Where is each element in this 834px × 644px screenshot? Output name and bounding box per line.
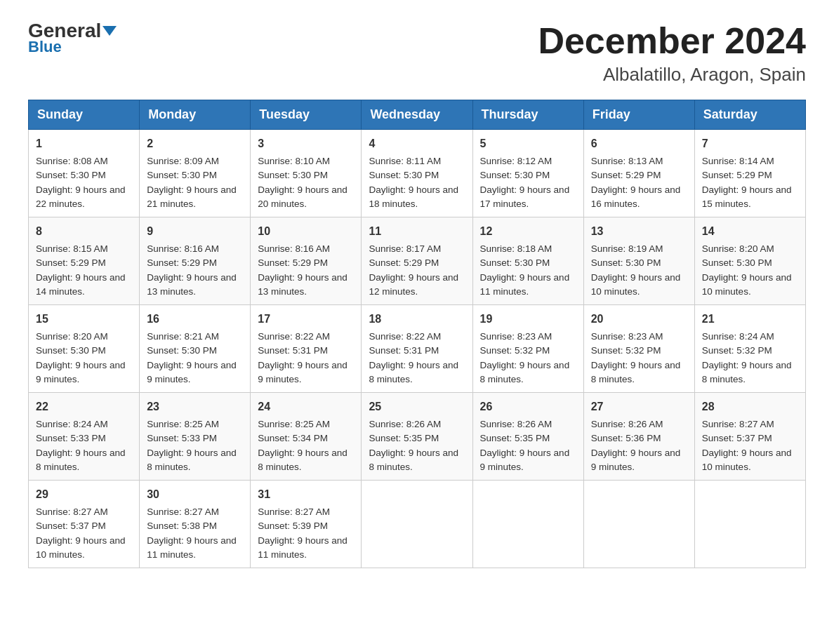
calendar-cell: 28Sunrise: 8:27 AMSunset: 5:37 PMDayligh…: [694, 393, 805, 481]
day-number: 6: [591, 135, 687, 152]
day-number: 23: [147, 398, 243, 415]
day-number: 20: [591, 311, 687, 328]
header-monday: Monday: [140, 100, 251, 130]
day-number: 2: [147, 135, 243, 152]
calendar-week-row: 8Sunrise: 8:15 AMSunset: 5:29 PMDaylight…: [29, 217, 806, 305]
title-block: December 2024 Albalatillo, Aragon, Spain: [538, 21, 806, 86]
day-number: 30: [147, 486, 243, 503]
calendar-cell: 23Sunrise: 8:25 AMSunset: 5:33 PMDayligh…: [140, 393, 251, 481]
calendar-week-row: 1Sunrise: 8:08 AMSunset: 5:30 PMDaylight…: [29, 130, 806, 217]
day-number: 15: [36, 311, 132, 328]
day-number: 1: [36, 135, 132, 152]
location-title: Albalatillo, Aragon, Spain: [538, 64, 806, 86]
calendar-cell: 13Sunrise: 8:19 AMSunset: 5:30 PMDayligh…: [583, 217, 694, 305]
calendar-week-row: 29Sunrise: 8:27 AMSunset: 5:37 PMDayligh…: [29, 481, 806, 568]
logo-blue: Blue: [28, 38, 62, 56]
calendar-cell: 20Sunrise: 8:23 AMSunset: 5:32 PMDayligh…: [583, 305, 694, 393]
day-number: 13: [591, 223, 687, 240]
day-number: 16: [147, 311, 243, 328]
calendar-cell: 10Sunrise: 8:16 AMSunset: 5:29 PMDayligh…: [251, 217, 362, 305]
calendar-cell: 18Sunrise: 8:22 AMSunset: 5:31 PMDayligh…: [362, 305, 472, 393]
calendar-cell: 1Sunrise: 8:08 AMSunset: 5:30 PMDaylight…: [29, 130, 140, 217]
day-number: 31: [258, 486, 354, 503]
calendar-header-row: SundayMondayTuesdayWednesdayThursdayFrid…: [29, 100, 806, 130]
day-number: 18: [369, 311, 465, 328]
calendar-cell: 6Sunrise: 8:13 AMSunset: 5:29 PMDaylight…: [583, 130, 694, 217]
calendar-cell: 8Sunrise: 8:15 AMSunset: 5:29 PMDaylight…: [29, 217, 140, 305]
day-number: 3: [258, 135, 354, 152]
day-number: 22: [36, 398, 132, 415]
calendar-cell: 5Sunrise: 8:12 AMSunset: 5:30 PMDaylight…: [472, 130, 583, 217]
day-number: 25: [369, 398, 465, 415]
calendar-cell: 22Sunrise: 8:24 AMSunset: 5:33 PMDayligh…: [29, 393, 140, 481]
day-number: 14: [702, 223, 798, 240]
day-number: 10: [258, 223, 354, 240]
calendar-week-row: 22Sunrise: 8:24 AMSunset: 5:33 PMDayligh…: [29, 393, 806, 481]
calendar-cell: 7Sunrise: 8:14 AMSunset: 5:29 PMDaylight…: [694, 130, 805, 217]
calendar-week-row: 15Sunrise: 8:20 AMSunset: 5:30 PMDayligh…: [29, 305, 806, 393]
logo: General Blue: [28, 21, 117, 56]
calendar-cell: 15Sunrise: 8:20 AMSunset: 5:30 PMDayligh…: [29, 305, 140, 393]
day-number: 12: [480, 223, 576, 240]
day-number: 7: [702, 135, 798, 152]
calendar-cell: 27Sunrise: 8:26 AMSunset: 5:36 PMDayligh…: [583, 393, 694, 481]
calendar-cell: 3Sunrise: 8:10 AMSunset: 5:30 PMDaylight…: [251, 130, 362, 217]
calendar-cell: 29Sunrise: 8:27 AMSunset: 5:37 PMDayligh…: [29, 481, 140, 568]
day-number: 9: [147, 223, 243, 240]
calendar-cell: 19Sunrise: 8:23 AMSunset: 5:32 PMDayligh…: [472, 305, 583, 393]
calendar-cell: [472, 481, 583, 568]
page-header: General Blue December 2024 Albalatillo, …: [28, 21, 806, 86]
day-number: 11: [369, 223, 465, 240]
calendar-cell: 25Sunrise: 8:26 AMSunset: 5:35 PMDayligh…: [362, 393, 472, 481]
header-saturday: Saturday: [694, 100, 805, 130]
calendar-cell: 14Sunrise: 8:20 AMSunset: 5:30 PMDayligh…: [694, 217, 805, 305]
calendar-cell: [362, 481, 472, 568]
header-friday: Friday: [583, 100, 694, 130]
calendar-cell: 17Sunrise: 8:22 AMSunset: 5:31 PMDayligh…: [251, 305, 362, 393]
calendar-cell: 9Sunrise: 8:16 AMSunset: 5:29 PMDaylight…: [140, 217, 251, 305]
day-number: 8: [36, 223, 132, 240]
calendar-cell: 24Sunrise: 8:25 AMSunset: 5:34 PMDayligh…: [251, 393, 362, 481]
calendar-cell: 21Sunrise: 8:24 AMSunset: 5:32 PMDayligh…: [694, 305, 805, 393]
day-number: 5: [480, 135, 576, 152]
day-number: 26: [480, 398, 576, 415]
day-number: 24: [258, 398, 354, 415]
day-number: 17: [258, 311, 354, 328]
month-title: December 2024: [538, 21, 806, 61]
day-number: 4: [369, 135, 465, 152]
day-number: 27: [591, 398, 687, 415]
calendar-cell: 12Sunrise: 8:18 AMSunset: 5:30 PMDayligh…: [472, 217, 583, 305]
calendar-table: SundayMondayTuesdayWednesdayThursdayFrid…: [28, 100, 806, 568]
day-number: 21: [702, 311, 798, 328]
calendar-cell: 2Sunrise: 8:09 AMSunset: 5:30 PMDaylight…: [140, 130, 251, 217]
header-thursday: Thursday: [472, 100, 583, 130]
day-number: 29: [36, 486, 132, 503]
calendar-cell: 26Sunrise: 8:26 AMSunset: 5:35 PMDayligh…: [472, 393, 583, 481]
header-tuesday: Tuesday: [251, 100, 362, 130]
day-number: 19: [480, 311, 576, 328]
logo-triangle-icon: [102, 26, 117, 36]
day-number: 28: [702, 398, 798, 415]
calendar-cell: 31Sunrise: 8:27 AMSunset: 5:39 PMDayligh…: [251, 481, 362, 568]
calendar-cell: [694, 481, 805, 568]
header-sunday: Sunday: [29, 100, 140, 130]
calendar-cell: 11Sunrise: 8:17 AMSunset: 5:29 PMDayligh…: [362, 217, 472, 305]
calendar-cell: 30Sunrise: 8:27 AMSunset: 5:38 PMDayligh…: [140, 481, 251, 568]
calendar-cell: [583, 481, 694, 568]
header-wednesday: Wednesday: [362, 100, 472, 130]
calendar-cell: 16Sunrise: 8:21 AMSunset: 5:30 PMDayligh…: [140, 305, 251, 393]
calendar-cell: 4Sunrise: 8:11 AMSunset: 5:30 PMDaylight…: [362, 130, 472, 217]
